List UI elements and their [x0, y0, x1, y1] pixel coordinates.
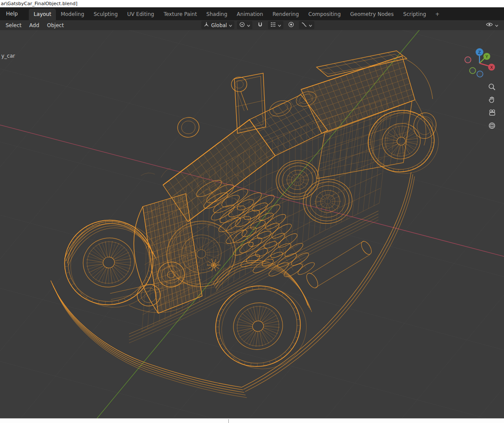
object-menu[interactable]: Object [43, 22, 68, 28]
topbar: Help Layout Modeling Sculpting UV Editin… [0, 7, 504, 20]
gizmo-negative-y[interactable] [470, 68, 476, 74]
snap-toggle-button[interactable] [255, 21, 265, 29]
viewport-nav-controls [486, 82, 498, 130]
perspective-toggle-button[interactable] [486, 121, 498, 130]
tab-layout[interactable]: Layout [29, 9, 56, 20]
camera-view-button[interactable] [486, 108, 498, 117]
add-workspace-button[interactable]: + [431, 9, 444, 20]
workspace-tabs: Layout Modeling Sculpting UV Editing Tex… [29, 7, 444, 20]
overlays-dropdown[interactable] [483, 21, 501, 29]
pivot-point-dropdown[interactable] [237, 21, 252, 29]
tab-shading[interactable]: Shading [202, 9, 232, 20]
viewport-tool-settings: Global [201, 21, 314, 29]
gizmo-x-label: X [490, 65, 493, 70]
chevron-down-icon [229, 22, 232, 28]
help-menu[interactable]: Help [2, 7, 22, 20]
pan-hand-button[interactable] [486, 95, 498, 105]
viewport-header-right [483, 21, 501, 29]
snap-grid-icon [270, 22, 276, 29]
proportional-circle-icon [288, 22, 294, 29]
snap-settings-dropdown[interactable] [268, 21, 283, 29]
chevron-down-icon [495, 22, 498, 28]
gizmo-y-label: Y [485, 54, 488, 59]
add-menu[interactable]: Add [25, 22, 43, 28]
window-title: ar\GatsbyCar_FinalObject.blend] [0, 0, 504, 7]
tab-scripting[interactable]: Scripting [399, 9, 431, 20]
zoom-button[interactable] [486, 82, 498, 92]
viewport-canvas[interactable] [0, 30, 504, 418]
status-tick [228, 419, 229, 423]
tab-geometry-nodes[interactable]: Geometry Nodes [345, 9, 398, 20]
tab-modeling[interactable]: Modeling [56, 9, 89, 20]
eye-icon [486, 21, 493, 29]
gizmo-z-label: Z [478, 50, 481, 55]
proportional-falloff-dropdown[interactable] [299, 21, 314, 29]
tab-uv-editing[interactable]: UV Editing [123, 9, 159, 20]
tab-rendering[interactable]: Rendering [268, 9, 304, 20]
status-bar [0, 418, 504, 423]
falloff-curve-icon [301, 22, 307, 29]
object-label: y_car [1, 53, 15, 59]
chevron-down-icon [278, 22, 281, 28]
gizmo-negative-z[interactable] [477, 71, 483, 77]
tab-texture-paint[interactable]: Texture Paint [159, 9, 201, 20]
transform-orientation-dropdown[interactable]: Global [201, 21, 234, 29]
gizmo-negative-x[interactable] [465, 57, 471, 63]
viewport-3d[interactable]: y_car Z Y X [0, 30, 504, 418]
viewport-menus: Select Add Object [0, 22, 68, 28]
chevron-down-icon [309, 22, 312, 28]
pivot-point-icon [239, 22, 245, 29]
orientation-axes-icon [203, 22, 209, 29]
chevron-down-icon [247, 22, 250, 28]
tab-compositing[interactable]: Compositing [304, 9, 345, 20]
tab-sculpting[interactable]: Sculpting [89, 9, 123, 20]
transform-orientation-label: Global [211, 22, 227, 28]
magnet-icon [257, 22, 263, 29]
navigation-gizmo[interactable]: Z Y X [463, 47, 497, 80]
proportional-editing-toggle[interactable] [286, 21, 296, 29]
select-menu[interactable]: Select [2, 22, 25, 28]
viewport-header: Select Add Object Global [0, 20, 504, 30]
tab-animation[interactable]: Animation [232, 9, 268, 20]
